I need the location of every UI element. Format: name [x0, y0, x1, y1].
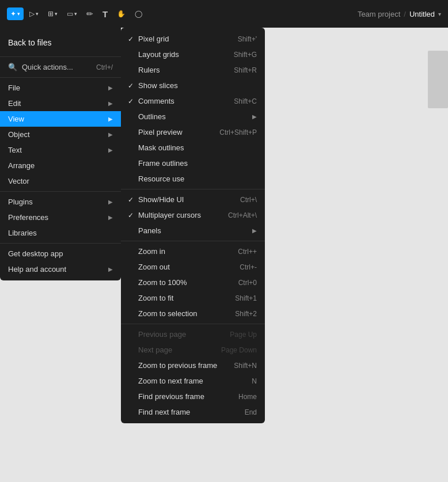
- menu-chevron: ▾: [17, 11, 20, 17]
- menu-item-view[interactable]: View ▶: [0, 111, 121, 127]
- submenu-zoom-next-frame[interactable]: Zoom to next frame N: [121, 373, 265, 389]
- submenu-find-next-frame[interactable]: Find next frame End: [121, 404, 265, 420]
- menu-item-file[interactable]: File ▶: [0, 80, 121, 96]
- outlines-label: Outlines: [138, 112, 248, 121]
- menu-item-vector[interactable]: Vector: [0, 173, 121, 189]
- menu-item-desktop-app[interactable]: Get desktop app: [0, 246, 121, 261]
- multiplayer-cursors-check: ✓: [128, 211, 134, 219]
- frame-outlines-label: Frame outlines: [138, 159, 257, 168]
- move-icon: ▷: [29, 10, 35, 18]
- zoom-fit-label: Zoom to fit: [138, 294, 223, 302]
- view-submenu: ✓ Pixel grid Shift+' Layout grids Shift+…: [121, 28, 265, 423]
- menu-item-plugins[interactable]: Plugins ▶: [0, 194, 121, 210]
- text-arrow: ▶: [108, 147, 113, 153]
- show-hide-ui-check: ✓: [128, 196, 134, 204]
- zoom-selection-label: Zoom to selection: [138, 309, 223, 318]
- submenu-resource-use[interactable]: Resource use: [121, 171, 265, 187]
- text-label: Text: [8, 146, 104, 154]
- menu-divider-3: [0, 191, 121, 192]
- shape-tool-button[interactable]: ▭ ▾: [63, 7, 81, 20]
- plugins-arrow: ▶: [108, 199, 113, 205]
- menu-divider-1: [0, 56, 121, 57]
- preferences-label: Preferences: [8, 213, 104, 222]
- libraries-label: Libraries: [8, 229, 113, 237]
- prev-page-label: Previous page: [138, 330, 218, 339]
- menu-item-edit[interactable]: Edit ▶: [0, 96, 121, 111]
- mask-outlines-label: Mask outlines: [138, 143, 257, 152]
- title-chevron[interactable]: ▾: [438, 11, 441, 17]
- sec-divider-3: [121, 324, 265, 324]
- submenu-zoom-100[interactable]: Zoom to 100% Ctrl+0: [121, 275, 265, 290]
- find-next-frame-shortcut: End: [245, 408, 257, 416]
- menu-item-preferences[interactable]: Preferences ▶: [0, 210, 121, 225]
- sec-divider-2: [121, 241, 265, 241]
- find-prev-frame-shortcut: Home: [238, 393, 257, 401]
- pixel-grid-shortcut: Shift+': [238, 35, 257, 43]
- menu-item-help-account[interactable]: Help and account ▶: [0, 261, 121, 277]
- preferences-arrow: ▶: [108, 214, 113, 221]
- submenu-next-page[interactable]: Next page Page Down: [121, 342, 265, 358]
- help-account-label: Help and account: [8, 265, 104, 274]
- multiplayer-cursors-shortcut: Ctrl+Alt+\: [228, 211, 257, 219]
- frame-chevron: ▾: [55, 11, 58, 17]
- submenu-zoom-prev-frame[interactable]: Zoom to previous frame Shift+N: [121, 358, 265, 373]
- quick-actions-item[interactable]: 🔍 Quick actions... Ctrl+/: [0, 59, 121, 75]
- menu-item-object[interactable]: Object ▶: [0, 127, 121, 142]
- submenu-zoom-in[interactable]: Zoom in Ctrl++: [121, 244, 265, 259]
- submenu-comments[interactable]: ✓ Comments Shift+C: [121, 93, 265, 109]
- submenu-zoom-out[interactable]: Zoom out Ctrl+-: [121, 259, 265, 275]
- back-to-files[interactable]: Back to files: [0, 31, 121, 54]
- help-account-arrow: ▶: [108, 266, 113, 272]
- submenu-zoom-fit[interactable]: Zoom to fit Shift+1: [121, 290, 265, 306]
- back-label: Back to files: [8, 38, 51, 47]
- zoom-next-frame-shortcut: N: [252, 377, 257, 385]
- search-icon: 🔍: [8, 63, 17, 71]
- frame-tool-button[interactable]: ⊞ ▾: [44, 7, 61, 20]
- menu-item-text[interactable]: Text ▶: [0, 142, 121, 158]
- zoom-next-frame-label: Zoom to next frame: [138, 377, 240, 385]
- submenu-outlines[interactable]: Outlines ▶: [121, 109, 265, 124]
- menu-item-libraries[interactable]: Libraries: [0, 225, 121, 241]
- submenu-pixel-preview[interactable]: Pixel preview Ctrl+Shift+P: [121, 124, 265, 140]
- hand-icon: ✋: [117, 10, 126, 18]
- submenu-pixel-grid[interactable]: ✓ Pixel grid Shift+': [121, 31, 265, 47]
- pixel-preview-shortcut: Ctrl+Shift+P: [219, 128, 257, 136]
- submenu-rulers[interactable]: Rulers Shift+R: [121, 62, 265, 78]
- object-arrow: ▶: [108, 131, 113, 138]
- resource-use-label: Resource use: [138, 174, 257, 183]
- submenu-zoom-selection[interactable]: Zoom to selection Shift+2: [121, 306, 265, 321]
- text-tool-button[interactable]: T: [99, 7, 111, 21]
- move-tool-button[interactable]: ▷ ▾: [26, 7, 42, 20]
- pen-tool-button[interactable]: ✏: [83, 7, 97, 21]
- view-label: View: [8, 115, 104, 123]
- primary-menu: Back to files 🔍 Quick actions... Ctrl+/ …: [0, 28, 121, 280]
- submenu-panels[interactable]: Panels ▶: [121, 223, 265, 238]
- submenu-prev-page[interactable]: Previous page Page Up: [121, 327, 265, 342]
- show-hide-ui-label: Show/Hide UI: [138, 195, 229, 204]
- submenu-layout-grids[interactable]: Layout grids Shift+G: [121, 47, 265, 62]
- submenu-show-slices[interactable]: ✓ Show slices: [121, 78, 265, 93]
- submenu-find-prev-frame[interactable]: Find previous frame Home: [121, 389, 265, 404]
- figma-menu-button[interactable]: ✦ ▾: [7, 7, 24, 20]
- file-arrow: ▶: [108, 85, 113, 91]
- zoom-in-shortcut: Ctrl++: [238, 248, 257, 256]
- pixel-preview-label: Pixel preview: [138, 128, 208, 136]
- zoom-in-label: Zoom in: [138, 247, 226, 256]
- submenu-mask-outlines[interactable]: Mask outlines: [121, 140, 265, 155]
- comment-icon: ◯: [135, 10, 142, 18]
- show-hide-ui-shortcut: Ctrl+\: [240, 196, 257, 204]
- menu-divider-2: [0, 77, 121, 78]
- rulers-label: Rulers: [138, 66, 222, 74]
- submenu-frame-outlines[interactable]: Frame outlines: [121, 155, 265, 171]
- file-label: File: [8, 84, 104, 92]
- text-icon: T: [102, 9, 108, 19]
- object-label: Object: [8, 130, 104, 139]
- zoom-prev-frame-label: Zoom to previous frame: [138, 361, 222, 370]
- menu-item-arrange[interactable]: Arrange: [0, 158, 121, 173]
- submenu-show-hide-ui[interactable]: ✓ Show/Hide UI Ctrl+\: [121, 192, 265, 207]
- submenu-multiplayer-cursors[interactable]: ✓ Multiplayer cursors Ctrl+Alt+\: [121, 207, 265, 223]
- file-name: Untitled: [409, 10, 435, 18]
- pixel-grid-label: Pixel grid: [138, 35, 226, 43]
- hand-tool-button[interactable]: ✋: [113, 7, 129, 20]
- comment-tool-button[interactable]: ◯: [131, 7, 146, 20]
